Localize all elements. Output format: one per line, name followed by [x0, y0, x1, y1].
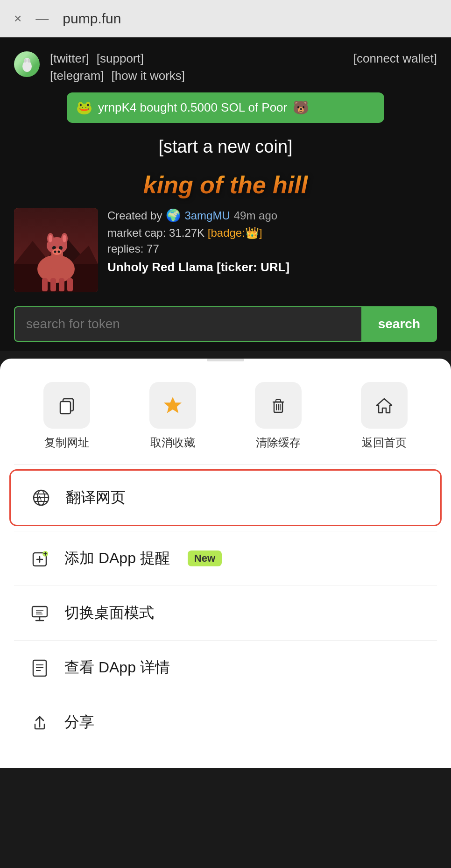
logo: [14, 51, 40, 77]
creator-name: 3amgMU: [184, 209, 230, 222]
copy-icon-box: [43, 382, 90, 429]
svg-point-3: [28, 59, 30, 63]
home-icon: [374, 395, 395, 416]
copy-url-label: 复制网址: [44, 435, 89, 450]
how-it-works-link[interactable]: [how it works]: [112, 69, 185, 83]
svg-point-19: [54, 251, 56, 253]
trash-icon-box: [255, 382, 302, 429]
svg-rect-24: [67, 278, 73, 291]
home-icon-box: [361, 382, 408, 429]
share-menu-item[interactable]: 分享: [9, 695, 442, 749]
copy-icon: [56, 395, 77, 416]
notification-coin-emoji: 🐻: [293, 100, 309, 115]
svg-text:A: A: [37, 495, 42, 502]
king-title: king of the hill: [14, 171, 437, 199]
share-label: 分享: [64, 712, 94, 733]
divider-1: [14, 464, 437, 465]
dapp-detail-menu-item[interactable]: 查看 DApp 详情: [9, 641, 442, 695]
minimize-button[interactable]: —: [35, 11, 49, 26]
svg-point-15: [63, 235, 66, 242]
token-marketcap: market cap: 31.27K [badge:👑]: [107, 226, 437, 240]
star-icon: [162, 395, 183, 416]
nav-right: [connect wallet]: [353, 51, 437, 66]
token-badge: [badge:👑]: [208, 226, 262, 239]
svg-rect-21: [42, 278, 48, 291]
desktop-mode-menu-item[interactable]: 切换桌面模式: [9, 586, 442, 640]
clear-cache-label: 清除缓存: [256, 435, 301, 450]
svg-rect-47: [32, 607, 47, 617]
bottom-sheet: 复制网址 取消收藏 清除缓存: [0, 359, 451, 768]
svg-rect-22: [50, 278, 56, 291]
search-bar: search: [14, 306, 437, 342]
token-info: Created by 🌍 3amgMU 49m ago market cap: …: [107, 208, 437, 275]
close-button[interactable]: ×: [14, 11, 21, 26]
desktop-mode-label: 切换桌面模式: [64, 603, 154, 623]
svg-point-20: [58, 251, 60, 253]
unstar-action[interactable]: 取消收藏: [120, 382, 226, 450]
svg-point-2: [24, 59, 27, 63]
add-dapp-menu-item[interactable]: 添加 DApp 提醒 New: [9, 531, 442, 586]
notification-emoji: 🐸: [76, 100, 92, 115]
start-coin-button[interactable]: [start a new coin]: [14, 137, 437, 157]
add-dapp-label: 添加 DApp 提醒: [64, 548, 170, 569]
token-name: Unholy Red Llama [ticker: URL]: [107, 260, 437, 275]
search-input[interactable]: [14, 306, 361, 342]
quick-actions: 复制网址 取消收藏 清除缓存: [0, 373, 451, 464]
start-coin-section: [start a new coin]: [14, 137, 437, 157]
svg-marker-34: [377, 399, 392, 413]
svg-rect-30: [276, 400, 281, 402]
token-creator: Created by 🌍 3amgMU 49m ago: [107, 208, 437, 223]
clear-cache-action[interactable]: 清除缓存: [226, 382, 331, 450]
unstar-label: 取消收藏: [150, 435, 195, 450]
token-card[interactable]: Created by 🌍 3amgMU 49m ago market cap: …: [14, 208, 437, 292]
dapp-detail-icon: [28, 657, 51, 678]
creator-emoji: 🌍: [166, 208, 181, 223]
star-icon-box: [149, 382, 196, 429]
svg-marker-27: [165, 398, 181, 412]
svg-rect-26: [60, 402, 70, 414]
browser-chrome: × — pump.fun: [0, 0, 451, 37]
notification-text: yrnpK4 bought 0.5000 SOL of Poor: [98, 100, 287, 115]
dapp-detail-label: 查看 DApp 详情: [64, 657, 170, 678]
browser-title: pump.fun: [63, 11, 121, 27]
nav-links-left: [twitter] [support] [telegram] [how it w…: [50, 51, 185, 83]
token-replies: replies: 77: [107, 242, 437, 255]
notification-banner: 🐸 yrnpK4 bought 0.5000 SOL of Poor 🐻: [67, 92, 384, 123]
nav-bar: [twitter] [support] [telegram] [how it w…: [14, 47, 437, 83]
twitter-link[interactable]: [twitter]: [50, 51, 89, 66]
go-home-action[interactable]: 返回首页: [331, 382, 437, 450]
connect-wallet-link[interactable]: [connect wallet]: [353, 51, 437, 65]
add-dapp-icon: [28, 548, 51, 569]
translate-icon: A: [29, 487, 53, 508]
copy-url-action[interactable]: 复制网址: [14, 382, 120, 450]
translate-label: 翻译网页: [66, 487, 126, 508]
svg-point-14: [49, 235, 52, 242]
sheet-handle[interactable]: [207, 359, 244, 361]
share-icon: [28, 712, 51, 733]
token-time: 49m ago: [234, 209, 277, 222]
web-content: [twitter] [support] [telegram] [how it w…: [0, 37, 451, 351]
support-link[interactable]: [support]: [97, 51, 144, 66]
trash-icon: [268, 395, 289, 416]
token-image: [14, 208, 98, 292]
translate-menu-item[interactable]: A 翻译网页: [9, 469, 442, 526]
go-home-label: 返回首页: [362, 435, 407, 450]
search-button[interactable]: search: [361, 306, 437, 342]
desktop-icon: [28, 603, 51, 623]
svg-point-18: [52, 248, 62, 255]
svg-rect-23: [59, 278, 64, 291]
new-badge: New: [188, 550, 222, 566]
telegram-link[interactable]: [telegram]: [50, 69, 104, 83]
